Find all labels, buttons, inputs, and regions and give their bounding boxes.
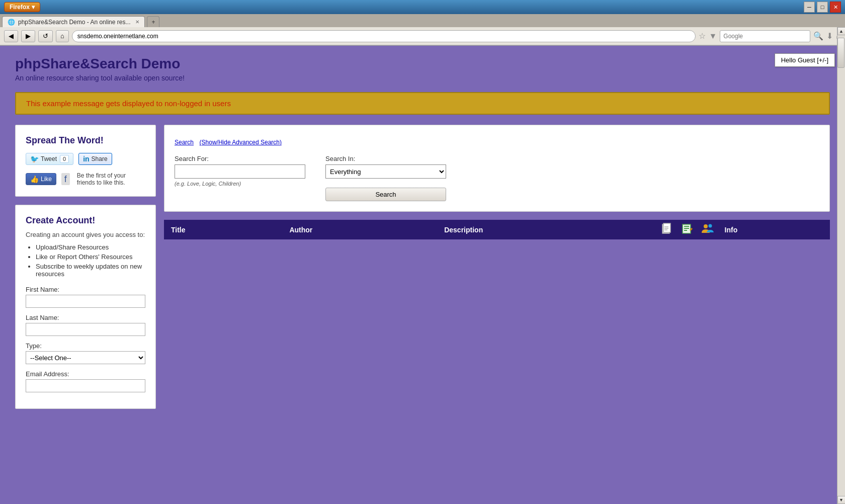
- create-account-list: Upload/Share Resources Like or Report Ot…: [36, 243, 145, 278]
- search-for-input[interactable]: [175, 164, 305, 179]
- downloads-icon[interactable]: ⬇: [826, 31, 833, 41]
- tweet-button[interactable]: 🐦 Tweet 0: [26, 153, 73, 165]
- new-tab-icon: +: [151, 19, 155, 26]
- active-tab[interactable]: 🌐 phpShare&Search Demo - An online res..…: [2, 16, 145, 27]
- like-row: 👍 Like f Be the first of your friends to…: [26, 172, 145, 186]
- copy-icon: [662, 228, 673, 236]
- search-hint: (e.g. Love, Logic, Children): [175, 181, 305, 187]
- home-button[interactable]: ⌂: [56, 30, 69, 42]
- star-icon[interactable]: ☆: [699, 31, 706, 41]
- tweet-label: Tweet: [41, 155, 57, 162]
- url-bar[interactable]: [72, 30, 696, 42]
- first-name-input[interactable]: [26, 295, 145, 308]
- search-in-label: Search In:: [325, 155, 446, 162]
- first-name-label: First Name:: [26, 286, 145, 293]
- scroll-thumb[interactable]: [837, 38, 844, 68]
- create-account-title: Create Account!: [26, 215, 145, 226]
- browser-chrome: Firefox ▾ ─ □ ✕ 🌐 phpShare&Search Demo -…: [0, 0, 845, 46]
- col-header-info: Info: [718, 220, 830, 239]
- col-header-author: Author: [282, 220, 437, 239]
- scroll-up-arrow[interactable]: ▲: [837, 27, 846, 35]
- bookmark-icon[interactable]: ▼: [709, 32, 717, 41]
- last-name-input[interactable]: [26, 323, 145, 336]
- right-column: Search (Show/Hide Advanced Search) Searc…: [164, 125, 830, 239]
- reload-button[interactable]: ↺: [38, 30, 53, 42]
- left-column: Spread The Word! 🐦 Tweet 0 in Share 👍: [15, 125, 156, 409]
- back-button[interactable]: ◀: [4, 30, 18, 42]
- type-group: Type: --Select One--: [26, 342, 145, 364]
- browser-search-input[interactable]: [720, 30, 810, 42]
- search-box: Search (Show/Hide Advanced Search) Searc…: [164, 125, 830, 212]
- browser-titlebar: Firefox ▾ ─ □ ✕: [0, 0, 845, 14]
- list-item: Subscribe to weekly updates on new resou…: [36, 263, 145, 278]
- page-subtitle: An online resource sharing tool availabl…: [15, 74, 830, 82]
- results-table: Title Author Description: [164, 220, 830, 239]
- create-account-desc: Creating an account gives you access to:: [26, 231, 145, 238]
- message-banner-text: This example message gets displayed to n…: [26, 99, 231, 108]
- maximize-button[interactable]: □: [817, 2, 828, 13]
- col-header-title: Title: [164, 220, 282, 239]
- tab-title: phpShare&Search Demo - An online res...: [18, 19, 130, 26]
- page-content: Hello Guest [+/-] phpShare&Search Demo A…: [0, 46, 845, 498]
- first-name-group: First Name:: [26, 286, 145, 308]
- minimize-button[interactable]: ─: [804, 2, 815, 13]
- search-section-title: Search (Show/Hide Advanced Search): [175, 135, 282, 146]
- type-select[interactable]: --Select One--: [26, 351, 145, 364]
- create-account-box: Create Account! Creating an account give…: [15, 205, 156, 409]
- search-form: Search For: (e.g. Love, Logic, Children)…: [175, 155, 819, 201]
- new-tab-button[interactable]: +: [147, 16, 159, 27]
- col-header-copy-icon: [657, 220, 678, 239]
- search-icon[interactable]: 🔍: [813, 31, 823, 41]
- search-button[interactable]: Search: [325, 188, 446, 201]
- tab-icon: 🌐: [8, 19, 15, 26]
- svg-rect-6: [684, 226, 689, 227]
- linkedin-share-button[interactable]: in Share: [78, 153, 112, 165]
- search-in-group: Search In: Everything Title Author Descr…: [325, 155, 446, 179]
- type-label: Type:: [26, 342, 145, 350]
- list-item: Upload/Share Resources: [36, 243, 145, 251]
- email-input[interactable]: [26, 379, 145, 392]
- svg-rect-1: [663, 223, 670, 232]
- twitter-icon: 🐦: [30, 155, 39, 163]
- spread-the-word-box: Spread The Word! 🐦 Tweet 0 in Share 👍: [15, 125, 156, 197]
- like-label: Like: [41, 176, 52, 183]
- tab-close-icon[interactable]: ✕: [135, 19, 139, 25]
- forward-button[interactable]: ▶: [21, 30, 35, 42]
- facebook-like-icon: 👍: [30, 175, 39, 183]
- close-button[interactable]: ✕: [830, 2, 841, 13]
- guest-button-label: Hello Guest [+/-]: [781, 56, 828, 64]
- firefox-menu-button[interactable]: Firefox ▾: [4, 2, 40, 12]
- list-item: Like or Report Others' Resources: [36, 253, 145, 261]
- svg-rect-7: [684, 228, 689, 229]
- facebook-like-button[interactable]: 👍 Like: [26, 173, 56, 185]
- like-description: Be the first of your friends to like thi…: [77, 172, 145, 186]
- results-table-header: Title Author Description: [164, 220, 830, 239]
- email-group: Email Address:: [26, 370, 145, 392]
- people-icon-svg: [701, 223, 714, 235]
- last-name-group: Last Name:: [26, 314, 145, 336]
- search-button-label: Search: [375, 191, 396, 198]
- message-banner: This example message gets displayed to n…: [15, 92, 830, 115]
- scroll-down-arrow[interactable]: ▼: [837, 496, 846, 498]
- col-header-people-icon: [698, 220, 718, 239]
- social-buttons-row: 🐦 Tweet 0 in Share: [26, 153, 145, 165]
- tab-bar: 🌐 phpShare&Search Demo - An online res..…: [0, 14, 845, 27]
- browser-scrollbar: ▲ ▼: [837, 27, 845, 498]
- guest-button[interactable]: Hello Guest [+/-]: [775, 53, 835, 67]
- edit-icon: [682, 228, 694, 236]
- nav-bar: ◀ ▶ ↺ ⌂ ☆ ▼ 🔍 ⬇ ⌂: [0, 27, 845, 45]
- share-label: Share: [92, 155, 108, 162]
- linkedin-icon: in: [83, 155, 89, 163]
- svg-rect-8: [684, 230, 687, 231]
- spread-title: Spread The Word!: [26, 135, 145, 146]
- col-header-description: Description: [437, 220, 657, 239]
- people-icon: [701, 228, 714, 236]
- email-label: Email Address:: [26, 370, 145, 378]
- svg-point-11: [708, 224, 712, 228]
- search-for-label: Search For:: [175, 155, 305, 162]
- search-in-select[interactable]: Everything Title Author Description: [325, 164, 446, 179]
- advanced-search-link[interactable]: (Show/Hide Advanced Search): [200, 139, 282, 146]
- facebook-logo: f: [61, 173, 70, 185]
- main-layout: Spread The Word! 🐦 Tweet 0 in Share 👍: [15, 125, 830, 409]
- tweet-count: 0: [60, 155, 69, 163]
